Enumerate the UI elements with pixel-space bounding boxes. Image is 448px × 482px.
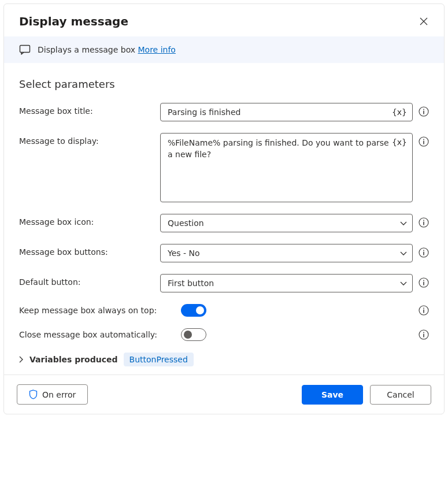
variables-produced: Variables produced ButtonPressed xyxy=(19,353,429,366)
message-to-display-input[interactable]: %FileName% parsing is finished. Do you w… xyxy=(160,133,413,202)
expand-variables-button[interactable] xyxy=(19,356,24,363)
svg-rect-17 xyxy=(423,308,424,309)
info-text: Displays a message box More info xyxy=(38,45,176,54)
label-icon: Message box icon: xyxy=(19,214,154,227)
label-autoclose: Close message box automatically: xyxy=(19,330,175,339)
help-icon[interactable] xyxy=(419,214,429,228)
default-button-select[interactable]: First button xyxy=(160,274,413,292)
row-icon: Message box icon: Question xyxy=(19,214,429,232)
label-default: Default button: xyxy=(19,274,154,287)
svg-rect-12 xyxy=(423,252,424,255)
variable-chip[interactable]: ButtonPressed xyxy=(124,353,194,366)
svg-rect-21 xyxy=(423,334,424,338)
always-on-top-toggle[interactable] xyxy=(181,304,206,317)
svg-rect-0 xyxy=(20,46,30,53)
content: Select parameters Message box title: {x}… xyxy=(4,63,444,375)
help-icon[interactable] xyxy=(419,274,429,288)
svg-rect-18 xyxy=(423,310,424,313)
svg-rect-8 xyxy=(423,220,424,221)
dialog-header: Display message xyxy=(4,4,444,36)
help-icon[interactable] xyxy=(419,103,429,117)
shield-icon xyxy=(29,390,38,399)
label-title: Message box title: xyxy=(19,103,154,116)
save-button[interactable]: Save xyxy=(302,385,363,405)
svg-rect-14 xyxy=(423,280,424,281)
svg-rect-9 xyxy=(423,222,424,225)
help-icon[interactable] xyxy=(419,244,429,258)
more-info-link[interactable]: More info xyxy=(138,45,176,54)
svg-rect-5 xyxy=(423,139,424,140)
insert-variable-icon[interactable]: {x} xyxy=(392,138,407,147)
svg-rect-6 xyxy=(423,141,424,144)
close-button[interactable] xyxy=(417,15,430,28)
help-icon[interactable] xyxy=(419,329,429,340)
message-box-buttons-select[interactable]: Yes - No xyxy=(160,244,413,262)
dialog-title: Display message xyxy=(19,14,128,28)
insert-variable-icon[interactable]: {x} xyxy=(392,107,407,117)
row-buttons: Message box buttons: Yes - No xyxy=(19,244,429,262)
label-message: Message to display: xyxy=(19,133,154,146)
row-ontop: Keep message box always on top: xyxy=(19,304,429,317)
label-buttons: Message box buttons: xyxy=(19,244,154,257)
footer: On error Save Cancel xyxy=(4,375,444,414)
close-automatically-toggle[interactable] xyxy=(181,328,206,341)
dialog: Display message Displays a message box M… xyxy=(3,3,445,414)
svg-rect-15 xyxy=(423,282,424,286)
row-title: Message box title: {x} xyxy=(19,103,429,121)
svg-rect-2 xyxy=(423,109,424,110)
label-ontop: Keep message box always on top: xyxy=(19,306,175,315)
message-box-title-input[interactable] xyxy=(160,103,413,121)
on-error-button[interactable]: On error xyxy=(17,384,88,405)
info-bar: Displays a message box More info xyxy=(4,36,444,63)
svg-rect-11 xyxy=(423,250,424,251)
message-icon xyxy=(19,45,31,55)
svg-rect-3 xyxy=(423,111,424,114)
row-autoclose: Close message box automatically: xyxy=(19,328,429,341)
cancel-button[interactable]: Cancel xyxy=(370,385,431,405)
help-icon[interactable] xyxy=(419,305,429,316)
row-message: Message to display: %FileName% parsing i… xyxy=(19,133,429,202)
message-box-icon-select[interactable]: Question xyxy=(160,214,413,232)
section-heading: Select parameters xyxy=(19,78,429,90)
close-icon xyxy=(420,17,428,25)
row-default: Default button: First button xyxy=(19,274,429,292)
variables-label: Variables produced xyxy=(29,355,118,364)
svg-rect-20 xyxy=(423,332,424,333)
help-icon[interactable] xyxy=(419,133,429,147)
